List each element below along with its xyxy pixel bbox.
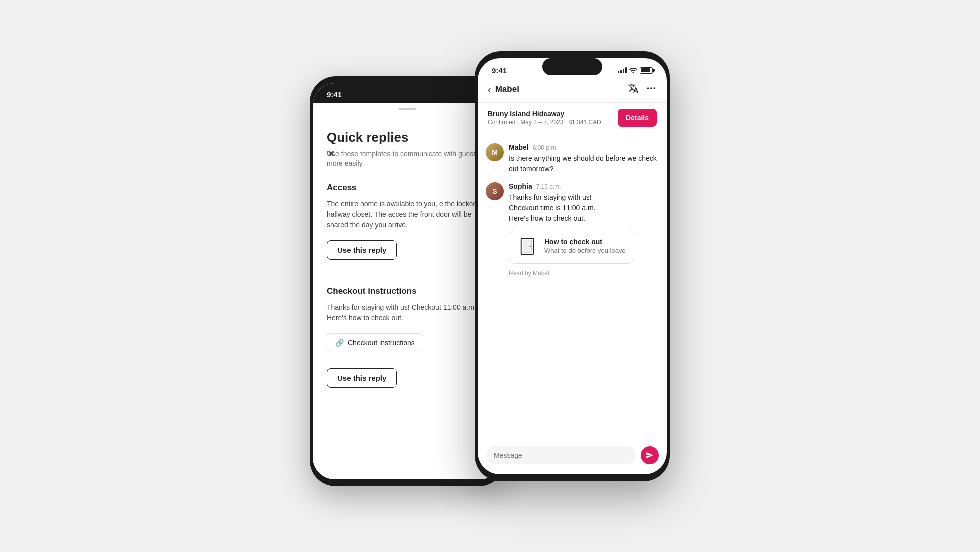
battery-icon [640, 67, 653, 74]
front-signal-bar-3 [623, 69, 624, 73]
chat-header-right [628, 83, 657, 96]
message-row-mabel: M Mabel 6:00 p.m. Is there anything we s… [486, 143, 659, 174]
message-content-sophia: Sophia 7:15 p.m. Thanks for staying with… [509, 182, 634, 264]
back-status-time: 9:41 [327, 90, 342, 99]
quick-replies-sheet: ✕ Quick replies Use these templates to c… [313, 103, 502, 479]
access-section-body: The entire home is available to you, e t… [327, 199, 488, 230]
checkout-link-button[interactable]: 🔗 Checkout instructions [327, 333, 424, 352]
sheet-body: Quick replies Use these templates to com… [313, 120, 502, 412]
phone-front: 9:41 [475, 51, 670, 481]
message-row-sophia: S Sophia 7:15 p.m. Thanks for staying wi… [486, 182, 659, 264]
checkout-link-label: Checkout instructions [348, 339, 415, 347]
checkout-card-subtitle: What to do before you leave [544, 247, 626, 254]
message-sender-sophia: Sophia [509, 182, 532, 190]
message-text-mabel: Is there anything we should do before we… [509, 153, 659, 174]
booking-banner: Bruny Island Hideaway Confirmed · May 3 … [478, 103, 667, 133]
booking-info: Bruny Island Hideaway Confirmed · May 3 … [488, 110, 602, 126]
chat-title: Mabel [496, 84, 520, 94]
checkout-card-info: How to check out What to do before you l… [544, 238, 626, 254]
door-icon [520, 238, 534, 255]
sheet-handle [398, 108, 416, 110]
chat-input[interactable] [486, 446, 636, 464]
scene: 9:41 ✕ [310, 51, 670, 501]
front-signal-bar-4 [626, 67, 627, 73]
message-header-sophia: Sophia 7:15 p.m. [509, 182, 634, 190]
message-header-mabel: Mabel 6:00 p.m. [509, 143, 659, 151]
send-button[interactable] [641, 446, 659, 464]
front-status-time: 9:41 [492, 66, 507, 75]
read-receipt: Read by Mabel [486, 270, 659, 277]
message-sender-mabel: Mabel [509, 143, 529, 151]
message-content-mabel: Mabel 6:00 p.m. Is there anything we sho… [509, 143, 659, 174]
avatar-sophia: S [486, 182, 504, 200]
use-reply-button-access[interactable]: Use this reply [327, 240, 397, 260]
more-icon[interactable] [646, 83, 657, 96]
sheet-subtitle: Use these templates to communicate with … [327, 149, 488, 169]
chat-header-left: ‹ Mabel [488, 84, 520, 95]
link-icon: 🔗 [336, 339, 344, 347]
wifi-icon [630, 66, 638, 74]
back-button[interactable]: ‹ [488, 84, 492, 95]
booking-name[interactable]: Bruny Island Hideaway [488, 110, 602, 118]
svg-point-1 [650, 87, 652, 89]
details-button[interactable]: Details [618, 109, 657, 127]
front-signal-bar-2 [620, 70, 622, 73]
svg-point-5 [530, 245, 531, 247]
message-time-mabel: 6:00 p.m. [533, 144, 558, 151]
svg-point-2 [654, 87, 656, 89]
battery-fill [642, 68, 651, 72]
chat-header: ‹ Mabel [478, 79, 667, 103]
section-divider [327, 274, 488, 274]
svg-point-0 [648, 87, 650, 89]
checkout-card-title: How to check out [544, 238, 626, 246]
checkout-section-body: Thanks for staying with us! Checkout 11:… [327, 302, 488, 323]
use-reply-button-checkout[interactable]: Use this reply [327, 368, 397, 388]
phone-back-screen: 9:41 ✕ [313, 83, 502, 479]
dynamic-island [542, 58, 602, 75]
checkout-section-title: Checkout instructions [327, 286, 488, 296]
front-signal-bar-1 [618, 71, 620, 73]
close-button[interactable]: ✕ [323, 146, 339, 162]
sheet-title: Quick replies [327, 130, 488, 145]
front-status-right [618, 66, 653, 74]
booking-details: Confirmed · May 3 – 7, 2023 · $1,341 CAD [488, 119, 602, 126]
phone-front-screen: 9:41 [478, 58, 667, 474]
access-section-title: Access [327, 183, 488, 193]
chat-input-area [478, 441, 667, 474]
message-time-sophia: 7:15 p.m. [536, 183, 562, 190]
front-signal-icon [618, 67, 627, 73]
back-status-bar: 9:41 [313, 83, 502, 103]
chat-messages: M Mabel 6:00 p.m. Is there anything we s… [478, 133, 667, 441]
message-text-sophia: Thanks for staying with us! Checkout tim… [509, 192, 634, 224]
translate-icon[interactable] [628, 83, 639, 96]
door-icon-wrap [518, 236, 538, 256]
checkout-card[interactable]: How to check out What to do before you l… [509, 229, 634, 264]
avatar-mabel: M [486, 143, 504, 161]
